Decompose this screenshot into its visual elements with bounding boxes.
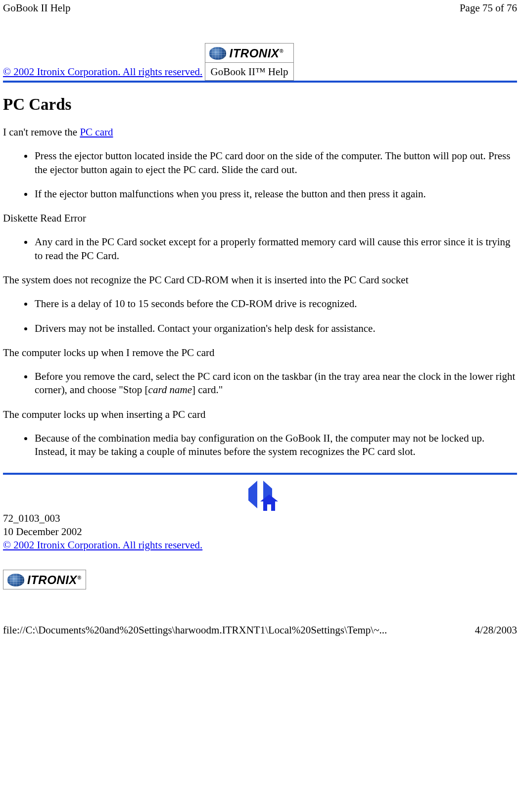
logo-registered-lower: ® <box>78 575 82 581</box>
header-title: GoBook II Help <box>3 2 70 14</box>
q5-bullets: Because of the combination media bay con… <box>3 432 517 459</box>
globe-icon <box>7 574 24 586</box>
itronix-logo-lower: ITRONIX® <box>7 573 82 587</box>
document-meta: 72_0103_003 10 December 2002 © 2002 Itro… <box>3 512 517 552</box>
logo-text-lower: ITRONIX® <box>27 573 82 587</box>
question-5: The computer locks up when inserting a P… <box>3 408 517 421</box>
q4-b1-b: ] card." <box>192 384 223 396</box>
page-content: © 2002 Itronix Corporation. All rights r… <box>0 29 520 589</box>
page-indicator: Page 75 of 76 <box>460 2 517 14</box>
brand-box-lower: ITRONIX® <box>3 570 86 589</box>
q3-bullets: There is a delay of 10 to 15 seconds bef… <box>3 297 517 335</box>
globe-icon <box>209 47 226 60</box>
brand-box: ITRONIX® GoBook II™ Help <box>205 43 293 81</box>
itronix-logo: ITRONIX® <box>209 46 289 60</box>
logo-cell: ITRONIX® <box>205 44 293 63</box>
nav-back-button[interactable] <box>248 489 257 501</box>
page-footer: file://C:\Documents%20and%20Settings\har… <box>0 589 520 638</box>
help-label-cell: GoBook II™ Help <box>205 63 293 80</box>
logo-registered: ® <box>280 48 284 54</box>
doc-date: 10 December 2002 <box>3 525 517 539</box>
bottom-divider <box>3 473 517 475</box>
footer-date: 4/28/2003 <box>475 624 517 636</box>
q2-bullets: Any card in the PC Card socket except fo… <box>3 235 517 263</box>
list-item: Before you remove the card, select the P… <box>34 370 517 397</box>
q4-b1-a: Before you remove the card, select the P… <box>35 370 515 396</box>
list-item: Any card in the PC Card socket except fo… <box>34 235 517 263</box>
page-header: GoBook II Help Page 75 of 76 <box>0 0 520 29</box>
doc-number: 72_0103_003 <box>3 512 517 525</box>
page-title: PC Cards <box>3 95 517 114</box>
q1-prefix: I can't remove the <box>3 126 80 138</box>
pc-card-link[interactable]: PC card <box>80 126 113 138</box>
triangle-left-icon <box>248 481 257 508</box>
list-item: There is a delay of 10 to 15 seconds bef… <box>34 297 517 311</box>
question-3: The system does not recognize the PC Car… <box>3 273 517 286</box>
logo-brand-lower: ITRONIX <box>27 573 77 586</box>
list-item: If the ejector button malfunctions when … <box>34 187 517 201</box>
logo-cell-lower: ITRONIX® <box>3 570 86 589</box>
list-item: Because of the combination media bay con… <box>34 432 517 459</box>
logo-brand: ITRONIX <box>229 46 279 60</box>
q4-b1-italic: card name <box>148 384 192 396</box>
question-2: Diskette Read Error <box>3 212 517 225</box>
help-label: GoBook II™ Help <box>210 66 288 78</box>
footer-path: file://C:\Documents%20and%20Settings\har… <box>3 624 387 636</box>
list-item: Press the ejector button located inside … <box>34 149 517 177</box>
top-divider <box>3 81 517 83</box>
copyright-link-top[interactable]: © 2002 Itronix Corporation. All rights r… <box>3 66 202 78</box>
question-1: I can't remove the PC card <box>3 126 517 138</box>
nav-icons <box>3 489 517 501</box>
list-item: Drivers may not be installed. Contact yo… <box>34 322 517 335</box>
logo-text: ITRONIX® <box>229 46 284 60</box>
q1-bullets: Press the ejector button located inside … <box>3 149 517 201</box>
question-4: The computer locks up when I remove the … <box>3 346 517 359</box>
copyright-link-bottom[interactable]: © 2002 Itronix Corporation. All rights r… <box>3 539 202 551</box>
q4-bullets: Before you remove the card, select the P… <box>3 370 517 397</box>
